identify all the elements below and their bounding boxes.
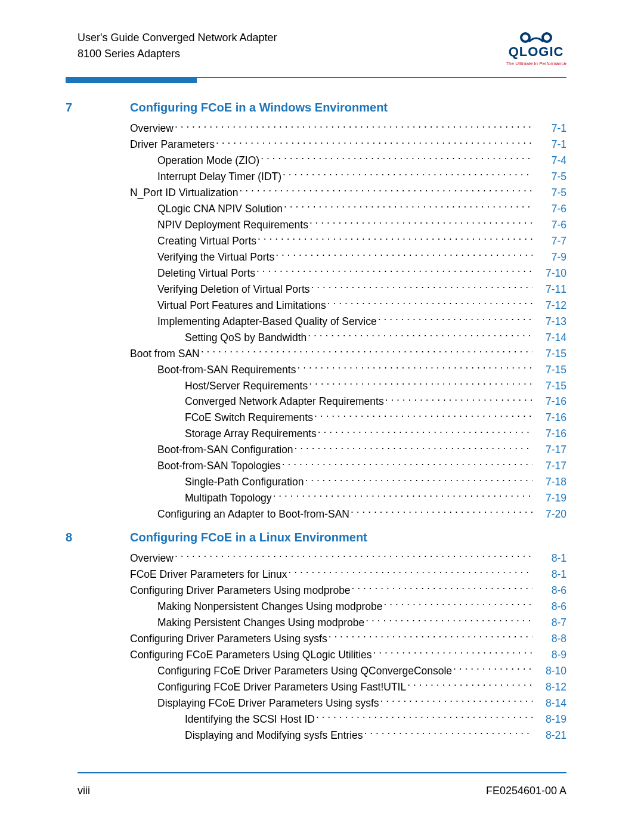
toc-entry[interactable]: Overview8-1 <box>130 550 566 566</box>
toc-entry-page[interactable]: 7-15 <box>534 346 566 362</box>
toc-entry[interactable]: Setting QoS by Bandwidth7-14 <box>130 329 566 345</box>
toc-entry-page[interactable]: 7-5 <box>534 169 566 185</box>
toc-entry-page[interactable]: 7-15 <box>534 362 566 378</box>
toc-entry-page[interactable]: 7-16 <box>534 410 566 426</box>
leader-dots <box>261 153 532 164</box>
toc-entry[interactable]: Configuring an Adapter to Boot-from-SAN7… <box>130 506 566 522</box>
toc-entry-page[interactable]: 7-20 <box>534 506 566 522</box>
toc-entry[interactable]: Boot-from-SAN Configuration7-17 <box>130 442 566 458</box>
toc-entry[interactable]: Configuring FCoE Parameters Using QLogic… <box>130 647 566 663</box>
toc-entry-page[interactable]: 7-19 <box>534 490 566 506</box>
toc-entry-page[interactable]: 8-12 <box>534 679 566 695</box>
toc-entry-page[interactable]: 8-1 <box>534 550 566 566</box>
toc-entry[interactable]: Identifying the SCSI Host ID8-19 <box>130 711 566 727</box>
toc-entry[interactable]: NPIV Deployment Requirements7-6 <box>130 217 566 233</box>
toc-entry[interactable]: Boot-from-SAN Topologies7-17 <box>130 458 566 474</box>
toc-entry[interactable]: N_Port ID Virtualization7-5 <box>130 185 566 201</box>
toc-entry-page[interactable]: 7-16 <box>534 426 566 442</box>
toc-entry-page[interactable]: 8-10 <box>534 663 566 679</box>
toc-entry-page[interactable]: 7-12 <box>534 298 566 314</box>
toc-entry[interactable]: Implementing Adapter-Based Quality of Se… <box>130 313 566 329</box>
toc-entry[interactable]: Driver Parameters7-1 <box>130 137 566 153</box>
toc-entry[interactable]: FCoE Driver Parameters for Linux8-1 <box>130 566 566 583</box>
leader-dots <box>327 297 532 308</box>
leader-dots <box>175 120 532 132</box>
toc-entry[interactable]: Virtual Port Features and Limitations7-1… <box>130 297 566 313</box>
toc-entry[interactable]: Configuring Driver Parameters Using modp… <box>130 583 566 599</box>
leader-dots <box>309 377 532 389</box>
toc-entry-page[interactable]: 7-5 <box>534 185 566 201</box>
toc-entry[interactable]: FCoE Switch Requirements7-16 <box>130 410 566 426</box>
toc-entry[interactable]: Operation Mode (ZIO)7-4 <box>130 153 566 169</box>
toc-entry-page[interactable]: 7-14 <box>534 330 566 346</box>
toc-entry-page[interactable]: 7-6 <box>534 201 566 217</box>
toc-entry[interactable]: Displaying FCoE Driver Parameters Using … <box>130 695 566 711</box>
toc-entry-page[interactable]: 8-21 <box>534 727 566 744</box>
toc-entry-page[interactable]: 8-6 <box>534 599 566 615</box>
toc-entry-label: Single-Path Configuration <box>130 474 304 490</box>
toc-entry-label: Boot-from-SAN Topologies <box>130 458 281 474</box>
page-header: User's Guide Converged Network Adapter 8… <box>0 0 644 66</box>
toc-entry-page[interactable]: 7-13 <box>534 314 566 330</box>
toc-entry-label: Making Persistent Changes Using modprobe <box>130 615 364 631</box>
toc-entry-page[interactable]: 7-11 <box>534 281 566 298</box>
header-rule <box>66 77 566 83</box>
toc-entry-page[interactable]: 8-8 <box>534 631 566 647</box>
toc-entry-page[interactable]: 8-1 <box>534 566 566 583</box>
toc-entry-label: Identifying the SCSI Host ID <box>130 711 315 727</box>
toc-entry-page[interactable]: 7-4 <box>534 153 566 169</box>
chapter-number: 8 <box>66 531 130 544</box>
brand-name: QLOGIC <box>509 44 564 60</box>
toc-entry[interactable]: Configuring Driver Parameters Using sysf… <box>130 631 566 647</box>
toc-entry-page[interactable]: 8-19 <box>534 711 566 727</box>
toc-entry[interactable]: Storage Array Requirements7-16 <box>130 426 566 442</box>
toc-list: Overview7-1Driver Parameters7-1Operation… <box>130 120 566 522</box>
toc-entry-page[interactable]: 7-6 <box>534 217 566 233</box>
toc-entry[interactable]: Host/Server Requirements7-15 <box>130 377 566 394</box>
toc-entry[interactable]: Deleting Virtual Ports7-10 <box>130 265 566 281</box>
toc-entry-page[interactable]: 7-16 <box>534 394 566 410</box>
toc-entry-page[interactable]: 7-10 <box>534 265 566 281</box>
footer-rule <box>78 772 566 773</box>
toc-entry-label: Creating Virtual Ports <box>130 233 256 249</box>
toc-entry-page[interactable]: 8-7 <box>534 615 566 631</box>
toc-entry-label: NPIV Deployment Requirements <box>130 217 308 233</box>
toc-entry[interactable]: Verifying Deletion of Virtual Ports7-11 <box>130 281 566 298</box>
toc-entry[interactable]: Single-Path Configuration7-18 <box>130 474 566 490</box>
toc-entry[interactable]: Making Persistent Changes Using modprobe… <box>130 615 566 631</box>
toc-entry-page[interactable]: 8-6 <box>534 583 566 599</box>
toc-entry-page[interactable]: 7-15 <box>534 378 566 394</box>
toc-entry[interactable]: Boot from SAN7-15 <box>130 345 566 361</box>
toc-entry[interactable]: Interrupt Delay Timer (IDT)7-5 <box>130 169 566 185</box>
toc-entry-page[interactable]: 7-9 <box>534 249 566 265</box>
toc-entry-page[interactable]: 7-1 <box>534 120 566 137</box>
toc-entry-label: N_Port ID Virtualization <box>130 185 239 201</box>
toc-entry[interactable]: Configuring FCoE Driver Parameters Using… <box>130 663 566 679</box>
toc-entry-page[interactable]: 7-17 <box>534 458 566 474</box>
toc-entry[interactable]: Making Nonpersistent Changes Using modpr… <box>130 599 566 615</box>
toc-entry[interactable]: Multipath Topology7-19 <box>130 490 566 506</box>
toc-entry[interactable]: Verifying the Virtual Ports7-9 <box>130 249 566 265</box>
leader-dots <box>351 506 532 518</box>
toc-entry-page[interactable]: 8-14 <box>534 695 566 711</box>
toc-entry-label: Configuring an Adapter to Boot-from-SAN <box>130 506 349 522</box>
toc-entry[interactable]: Converged Network Adapter Requirements7-… <box>130 394 566 410</box>
chapter-title[interactable]: Configuring FCoE in a Linux Environment <box>130 531 367 544</box>
toc-entry-page[interactable]: 7-7 <box>534 233 566 249</box>
toc-entry-page[interactable]: 8-9 <box>534 647 566 663</box>
toc-entry-page[interactable]: 7-18 <box>534 474 566 490</box>
toc-entry[interactable]: QLogic CNA NPIV Solution7-6 <box>130 201 566 217</box>
toc-entry[interactable]: Displaying and Modifying sysfs Entries8-… <box>130 727 566 743</box>
toc-entry-page[interactable]: 7-1 <box>534 137 566 153</box>
leader-dots <box>275 249 532 261</box>
toc-entry-label: Configuring FCoE Parameters Using QLogic… <box>130 647 372 663</box>
toc-entry[interactable]: Boot-from-SAN Requirements7-15 <box>130 361 566 377</box>
toc-entry[interactable]: Configuring FCoE Driver Parameters Using… <box>130 679 566 695</box>
leader-dots <box>216 137 532 148</box>
chapter-heading: 8Configuring FCoE in a Linux Environment <box>66 531 566 544</box>
toc-entry[interactable]: Creating Virtual Ports7-7 <box>130 233 566 249</box>
chapter-title[interactable]: Configuring FCoE in a Windows Environmen… <box>130 101 388 114</box>
toc-entry-label: Configuring Driver Parameters Using sysf… <box>130 631 327 647</box>
toc-entry-page[interactable]: 7-17 <box>534 442 566 458</box>
toc-entry[interactable]: Overview7-1 <box>130 120 566 137</box>
